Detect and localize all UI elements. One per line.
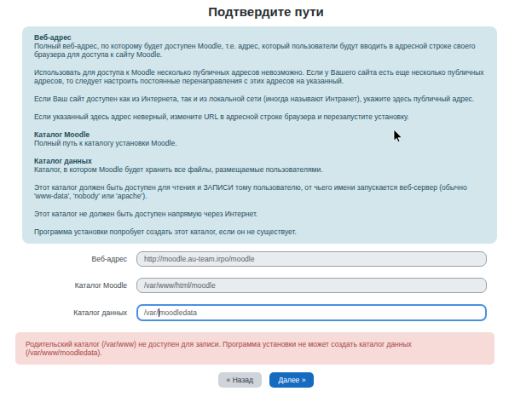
data-dir-value-before-caret: /var/ xyxy=(144,308,159,317)
info-paragraph: Программа установки попробует создать эт… xyxy=(34,227,485,236)
error-message-box: Родительский каталог (/var/www) не досту… xyxy=(15,332,494,365)
info-paragraph: Этот каталог не должен быть доступен нап… xyxy=(34,210,485,218)
field-label-web-address: Веб-адрес xyxy=(0,255,136,263)
info-paragraph: Полный путь к каталогу установки Moodle. xyxy=(34,139,485,147)
page-title: Подтвердите пути xyxy=(0,0,532,19)
info-paragraph: Использовать для доступа к Moodle нескол… xyxy=(34,68,485,85)
back-button[interactable]: « Назад xyxy=(218,372,262,388)
info-box: Веб-адрес Полный веб-адрес, по которому … xyxy=(22,26,497,244)
next-button[interactable]: Далее » xyxy=(269,372,314,388)
form-row-web-address: Веб-адрес xyxy=(0,251,532,267)
form-row-data-dir: Каталог данных /var/moodledata xyxy=(0,304,532,321)
paths-form: Веб-адрес Каталог Moodle Каталог данных … xyxy=(0,251,532,321)
moodle-dir-input xyxy=(136,278,487,293)
error-message-text: Родительский каталог (/var/www) не досту… xyxy=(26,340,412,357)
button-row: « Назад Далее » xyxy=(0,371,532,388)
web-address-input xyxy=(136,251,487,267)
data-dir-input[interactable]: /var/moodledata xyxy=(136,304,487,321)
info-section-web-address: Веб-адрес Полный веб-адрес, по которому … xyxy=(34,33,485,121)
info-paragraph: Этот каталог должен быть доступен для чт… xyxy=(34,183,485,200)
info-section-moodle-dir: Каталог Moodle Полный путь к каталогу ус… xyxy=(34,130,485,147)
form-row-moodle-dir: Каталог Moodle xyxy=(0,278,532,293)
info-heading-data-dir: Каталог данных xyxy=(34,157,485,165)
info-section-data-dir: Каталог данных Каталог, в котором Moodle… xyxy=(34,157,485,236)
info-paragraph: Если Ваш сайт доступен как из Интернета,… xyxy=(34,95,485,103)
info-paragraph: Если указанный здесь адрес неверный, изм… xyxy=(34,112,485,121)
info-paragraph: Полный веб-адрес, по которому будет дост… xyxy=(34,42,485,59)
field-label-data-dir: Каталог данных xyxy=(0,308,136,317)
info-heading-moodle-dir: Каталог Moodle xyxy=(34,130,485,139)
data-dir-value-after-caret: moodledata xyxy=(159,308,197,317)
info-paragraph: Каталог, в котором Moodle будет хранить … xyxy=(34,165,485,174)
field-label-moodle-dir: Каталог Moodle xyxy=(0,281,136,290)
info-heading-web-address: Веб-адрес xyxy=(34,33,485,42)
